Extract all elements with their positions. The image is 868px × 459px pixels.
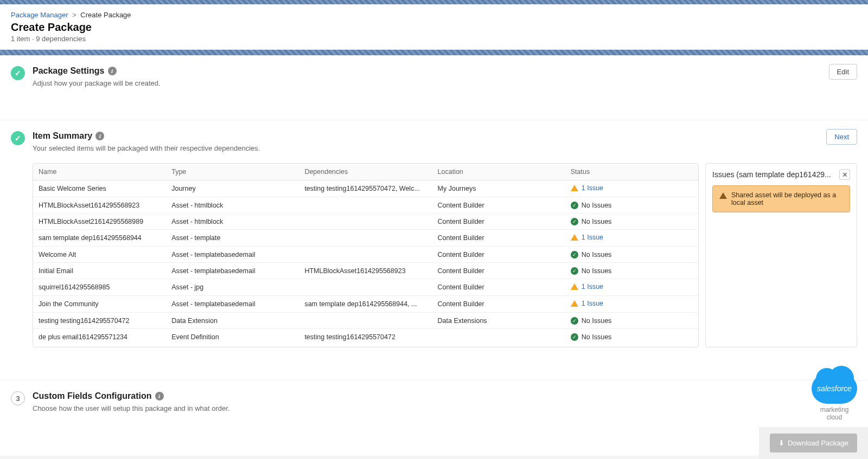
cell-name: HTMLBlockAsset21614295568989 (33, 214, 166, 230)
decorative-divider (0, 50, 868, 55)
status-label: No Issues (582, 267, 612, 275)
table-row[interactable]: sam template dep1614295568944Asset - tem… (33, 230, 698, 247)
cell-type: Asset - htmlblock (166, 214, 299, 230)
close-issues-button[interactable]: ✕ (839, 169, 850, 180)
status-label[interactable]: 1 Issue (582, 283, 603, 290)
cell-deps: sam template dep1614295568944, ... (299, 296, 432, 313)
status-label[interactable]: 1 Issue (582, 184, 603, 192)
section-custom-fields: 3 Custom Fields Configuration i Choose h… (0, 380, 868, 456)
breadcrumb-sep: > (72, 11, 76, 19)
cell-name: HTMLBlockAsset1614295568923 (33, 197, 166, 214)
table-row[interactable]: Basic Welcome SeriesJourneytesting testi… (33, 180, 698, 197)
table-row[interactable]: HTMLBlockAsset1614295568923Asset - htmlb… (33, 197, 698, 214)
download-icon: ⬇ (778, 439, 784, 447)
issues-panel-title: Issues (sam template dep161429... (712, 170, 831, 179)
info-icon[interactable]: i (95, 132, 104, 140)
cell-type: Data Extension (166, 313, 299, 329)
warning-triangle-icon (571, 185, 578, 191)
check-circle-icon: ✓ (571, 267, 578, 275)
cell-name: Basic Welcome Series (33, 180, 166, 197)
breadcrumb-root-link[interactable]: Package Manager (11, 11, 68, 19)
cell-deps (299, 313, 432, 329)
status-label: No Issues (582, 251, 612, 258)
salesforce-logo: salesforce marketing cloud (812, 373, 857, 421)
info-icon[interactable]: i (155, 392, 164, 400)
col-header-loc[interactable]: Location (432, 164, 565, 180)
info-icon[interactable]: i (108, 67, 117, 75)
cell-name: sam template dep1614295568944 (33, 230, 166, 247)
check-circle-icon: ✓ (571, 333, 578, 341)
cell-status: 1 Issue (565, 279, 698, 296)
col-header-deps[interactable]: Dependencies (299, 164, 432, 180)
table-row[interactable]: Initial EmailAsset - templatebasedemailH… (33, 263, 698, 279)
status-label[interactable]: 1 Issue (582, 234, 603, 241)
status-label: No Issues (582, 202, 612, 209)
cell-deps (299, 197, 432, 214)
cell-deps (299, 230, 432, 247)
breadcrumb: Package Manager > Create Package (11, 11, 857, 19)
warning-triangle-icon (719, 192, 727, 199)
cell-name: Welcome Alt (33, 247, 166, 263)
cell-loc: Data Extensions (432, 313, 565, 329)
warning-triangle-icon (571, 300, 578, 307)
check-circle-icon: ✓ (571, 317, 578, 325)
issue-warning-box: Shared asset will be deployed as a local… (712, 185, 850, 212)
section-desc-summary: Your selected items will be packaged wit… (33, 144, 857, 152)
cell-loc: Content Builder (432, 296, 565, 313)
cell-deps (299, 279, 432, 296)
breadcrumb-current: Create Package (80, 11, 131, 19)
issue-message: Shared asset will be deployed as a local… (731, 191, 843, 206)
cell-status: ✓No Issues (565, 214, 698, 230)
section-title-settings-text: Package Settings (33, 66, 105, 76)
table-row[interactable]: testing testing1614295570472Data Extensi… (33, 313, 698, 329)
table-row[interactable]: squirrel1614295568985Asset - jpgContent … (33, 279, 698, 296)
check-circle-icon: ✓ (571, 202, 578, 209)
next-button[interactable]: Next (826, 129, 857, 145)
table-row[interactable]: Welcome AltAsset - templatebasedemailCon… (33, 247, 698, 263)
edit-button[interactable]: Edit (829, 64, 857, 80)
cell-type: Asset - jpg (166, 279, 299, 296)
step-done-icon: ✓ (11, 131, 25, 145)
section-title-settings: Package Settings i (33, 66, 117, 76)
cell-loc: Content Builder (432, 197, 565, 214)
col-header-name[interactable]: Name (33, 164, 166, 180)
cell-type: Event Definition (166, 329, 299, 345)
table-row[interactable]: de plus email1614295571234Event Definiti… (33, 329, 698, 345)
cell-type: Asset - templatebasedemail (166, 296, 299, 313)
col-header-status[interactable]: Status (565, 164, 698, 180)
section-title-summary: Item Summary i (33, 131, 104, 141)
cell-deps: testing testing1614295570472, Welc... (299, 180, 432, 197)
item-summary-table: Name Type Dependencies Location Status B… (33, 163, 699, 347)
warning-triangle-icon (571, 234, 578, 241)
table-row[interactable]: HTMLBlockAsset21614295568989Asset - html… (33, 214, 698, 230)
decorative-topbar (0, 0, 868, 4)
cell-loc: Content Builder (432, 247, 565, 263)
cell-loc (432, 329, 565, 345)
status-label[interactable]: 1 Issue (582, 300, 603, 307)
cell-deps (299, 247, 432, 263)
page-header: Package Manager > Create Package Create … (0, 4, 868, 50)
status-label: No Issues (582, 218, 612, 225)
cell-type: Journey (166, 180, 299, 197)
branding-sub2: cloud (812, 413, 857, 421)
download-label: Download Package (788, 439, 848, 447)
download-package-button[interactable]: ⬇ Download Package (770, 434, 857, 452)
cell-type: Asset - htmlblock (166, 197, 299, 214)
section-package-settings: ✓ Package Settings i Adjust how your pac… (0, 55, 868, 120)
cell-deps: testing testing1614295570472 (299, 329, 432, 345)
branding-sub1: marketing (812, 406, 857, 413)
status-label: No Issues (582, 333, 612, 341)
section-item-summary: ✓ Item Summary i Your selected items wil… (0, 120, 868, 380)
cell-status: 1 Issue (565, 296, 698, 313)
table-row[interactable]: Join the CommunityAsset - templatebasede… (33, 296, 698, 313)
step-number-badge: 3 (11, 391, 25, 405)
step-done-icon: ✓ (11, 66, 25, 80)
cell-name: Initial Email (33, 263, 166, 279)
col-header-type[interactable]: Type (166, 164, 299, 180)
cell-name: testing testing1614295570472 (33, 313, 166, 329)
page-title: Create Package (11, 21, 857, 34)
cell-status: ✓No Issues (565, 329, 698, 345)
cell-name: Join the Community (33, 296, 166, 313)
check-circle-icon: ✓ (571, 251, 578, 258)
cell-status: 1 Issue (565, 230, 698, 247)
